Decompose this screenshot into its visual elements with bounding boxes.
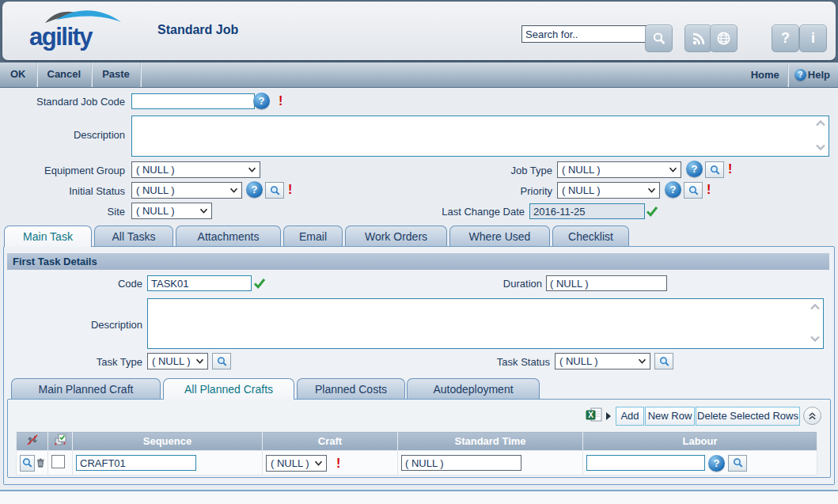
search-icon [652,32,666,46]
subtab-autodeployment[interactable]: Autodeployment [407,378,540,400]
priority-value: ( NULL ) [562,184,601,196]
required-icon: ! [288,181,292,198]
scroll-down-icon[interactable] [815,144,826,151]
craft-select[interactable]: ( NULL ) [266,455,327,472]
task-type-select[interactable]: ( NULL ) [147,353,208,369]
planned-crafts-table: Sequence Craft Standard Time Labour [16,431,817,476]
initial-status-value: ( NULL ) [136,184,175,196]
description-label: Description [0,127,125,143]
tab-all-tasks[interactable]: All Tasks [94,225,173,247]
search-input[interactable] [521,25,647,43]
equipment-group-label: Equipment Group [0,162,125,179]
lookup-button[interactable] [212,353,231,369]
initial-status-select[interactable]: ( NULL ) [131,182,242,199]
standard-job-code-label: Standard Job Code [0,93,125,110]
last-change-date-input[interactable] [529,203,645,219]
double-chevron-up-icon [807,411,817,421]
subtab-all-planned-crafts[interactable]: All Planned Crafts [163,378,294,400]
globe-button[interactable] [710,25,738,52]
duration-input[interactable] [546,275,667,291]
scroll-down-icon[interactable] [810,335,821,343]
help-link-label: Help [808,63,830,87]
expand-arrow-icon[interactable] [606,412,611,420]
task-type-value: ( NULL ) [152,355,191,367]
help-circle-icon[interactable]: ? [686,161,703,177]
lookup-button[interactable] [654,353,673,369]
tab-main-task[interactable]: Main Task [4,225,92,247]
priority-label: Priority [427,183,552,199]
required-icon: ! [279,93,282,109]
sort-column-header[interactable] [17,432,48,451]
subtab-planned-costs[interactable]: Planned Costs [297,378,405,400]
subtab-main-planned-craft[interactable]: Main Planned Craft [11,378,161,400]
required-icon: ! [728,161,732,177]
first-task-details-header: First Task Details [7,253,829,270]
labour-input[interactable] [586,455,705,471]
help-circle-icon[interactable]: ? [708,455,725,472]
site-select[interactable]: ( NULL ) [131,203,212,219]
tab-where-used[interactable]: Where Used [449,225,550,247]
column-header-sequence[interactable]: Sequence [73,432,263,451]
delete-row-trash-icon[interactable] [36,457,45,469]
tab-attachments[interactable]: Attachments [176,225,281,247]
help-button[interactable]: ? [772,25,799,52]
column-header-standard-time[interactable]: Standard Time [398,432,583,451]
description-textarea[interactable] [131,116,829,157]
export-excel-icon[interactable]: X [586,407,602,423]
column-header-labour[interactable]: Labour [583,432,817,451]
code-label: Code [47,275,142,292]
standard-time-input[interactable] [401,455,521,471]
labour-cell: ? [583,451,817,476]
lookup-button[interactable] [728,455,747,472]
lookup-button[interactable] [684,182,703,199]
help-link[interactable]: ? Help [787,63,838,87]
tab-email[interactable]: Email [283,225,343,247]
page-title: Standard Job [157,23,238,37]
question-icon: ? [781,30,790,47]
lookup-button[interactable] [265,182,284,199]
task-status-label: Task Status [427,354,550,370]
lookup-button[interactable] [705,161,724,178]
standard-job-code-input[interactable] [131,93,255,109]
tab-work-orders[interactable]: Work Orders [345,225,447,247]
task-description-textarea[interactable] [147,298,824,349]
paste-button[interactable]: Paste [92,63,141,87]
task-status-select[interactable]: ( NULL ) [555,353,650,369]
row-checkbox[interactable] [51,455,65,468]
scroll-up-icon[interactable] [810,303,821,310]
valid-check-icon [646,206,658,217]
task-description-label: Description [47,316,142,333]
code-input[interactable] [147,275,252,291]
add-button[interactable]: Add [616,407,644,426]
search-button[interactable] [645,25,673,52]
ok-button[interactable]: OK [0,63,37,87]
site-label: Site [0,203,125,220]
job-type-label: Job Type [427,162,552,179]
column-header-craft[interactable]: Craft [263,432,398,451]
magnifier-icon [709,165,721,176]
collapse-button[interactable] [803,407,821,425]
help-circle-icon[interactable]: ? [253,93,270,109]
job-type-select[interactable]: ( NULL ) [557,161,681,178]
standard-time-cell [398,451,583,476]
delete-selected-rows-button[interactable]: Delete Selected Rows [696,407,800,426]
tab-checklist[interactable]: Checklist [552,225,629,247]
help-circle-icon[interactable]: ? [246,181,263,198]
rss-button[interactable] [684,25,712,52]
scroll-up-icon[interactable] [815,119,826,127]
help-circle-icon[interactable]: ? [665,181,681,198]
priority-select[interactable]: ( NULL ) [557,182,660,199]
info-button[interactable]: i [799,25,827,52]
task-type-label: Task Type [47,354,142,370]
row-detail-button[interactable] [20,455,35,472]
equipment-group-select[interactable]: ( NULL ) [131,161,260,178]
home-button[interactable]: Home [743,63,787,87]
sequence-input[interactable] [76,455,196,471]
new-row-button[interactable]: New Row [645,407,695,426]
globe-icon [716,31,731,46]
sequence-cell [73,451,263,476]
row-select-cell [48,451,73,476]
cancel-button[interactable]: Cancel [37,63,93,87]
last-change-date-label: Last Change Date [400,203,525,220]
select-all-header[interactable] [48,432,73,451]
